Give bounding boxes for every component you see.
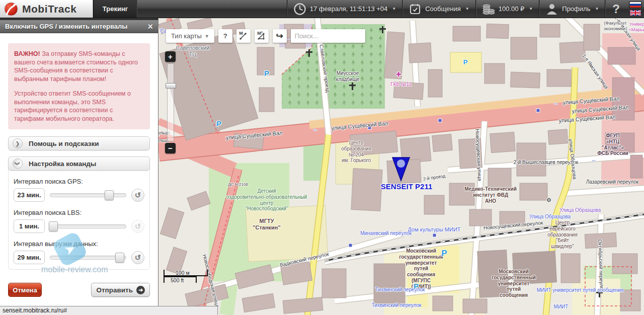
ruler-icon: М [239, 32, 248, 40]
area-icon: М² [257, 32, 266, 40]
share-link-button[interactable]: ↪ [273, 29, 287, 43]
profile-text: Профиль [562, 5, 590, 13]
send-button-label: Отправить [96, 286, 133, 294]
top-header: MobiTrack Трекинг 17 февраля, 11:51:13 +… [0, 0, 644, 18]
flag-russia[interactable] [629, 2, 642, 8]
coins-icon [482, 3, 495, 16]
command-section: ❯ Настройка команды Интервал поиска GPS:… [8, 156, 150, 270]
app-root: MobiTrack Трекинг 17 февраля, 11:51:13 +… [0, 0, 644, 315]
upload-interval-label: Интервал выгрузки данных: [14, 240, 144, 248]
scale-imperial: 500 ft [164, 276, 197, 283]
measure-distance-button[interactable]: М [236, 29, 251, 43]
send-button[interactable]: Отправить ➜ [91, 283, 150, 297]
status-url-bar: senseit.mobitrack.ru/ru# [0, 306, 218, 315]
logo-text: MobiTrack [22, 3, 76, 15]
upload-interval-value: 29 мин. [14, 251, 45, 264]
map-type-button[interactable]: Тип карты ▼ [166, 29, 214, 43]
cancel-button[interactable]: Отмена [8, 283, 42, 297]
panel-title-bar: Включить GPS / изменить интервалы × [0, 18, 158, 33]
panel-actions: Отмена Отправить ➜ [8, 283, 150, 297]
slider-handle[interactable] [115, 253, 124, 263]
map-zoom-control: + − [165, 51, 176, 153]
gps-interval-label: Интервал поиска GPS: [14, 178, 144, 185]
accordion-help[interactable]: ❯ Помощь и подсказки [8, 136, 150, 150]
profile-menu[interactable]: Профиль ▼ [539, 0, 605, 18]
lbs-interval-row: 1 мин. ↺ [14, 219, 144, 233]
lbs-interval-slider[interactable] [50, 224, 126, 228]
close-icon[interactable]: × [147, 22, 153, 31]
scale-metric: 100 м [164, 270, 208, 276]
balance-text: 100.00 ₽ [499, 5, 525, 13]
datetime-menu[interactable]: 17 февраля, 11:51:13 +04 ▼ [287, 0, 402, 18]
zoom-out-button[interactable]: − [165, 143, 176, 153]
messages-icon [409, 3, 422, 16]
messages-menu[interactable]: Сообщения ▼ [402, 0, 475, 18]
gps-interval-value: 23 мин. [14, 188, 45, 202]
gps-settings-panel: Включить GPS / изменить интервалы × ВАЖН… [0, 18, 158, 306]
map-scale-bar: 100 м 500 ft [164, 270, 208, 283]
slider-handle[interactable] [49, 221, 58, 231]
upload-interval-slider[interactable] [50, 256, 126, 260]
reset-icon[interactable]: ↺ [131, 251, 144, 264]
lbs-interval-label: Интервал поиска LBS: [14, 209, 144, 216]
zoom-slider-track[interactable] [167, 63, 174, 141]
reset-icon[interactable]: ↺ [131, 189, 144, 202]
measure-area-button[interactable]: М² [255, 29, 269, 43]
profile-icon [545, 3, 558, 16]
map-search-input[interactable] [291, 29, 365, 43]
share-arrow-icon: ↪ [276, 31, 283, 41]
mobitrack-logo[interactable]: MobiTrack [0, 0, 93, 18]
caret-down-icon: ▼ [205, 34, 209, 39]
marker-label: SENSEIT P211 [374, 182, 439, 191]
warning-bold: ВАЖНО! [14, 50, 40, 57]
panel-title: Включить GPS / изменить интервалы [5, 23, 127, 30]
map-type-label: Тип карты [171, 32, 202, 40]
tab-tracking[interactable]: Трекинг [93, 0, 137, 18]
sms-warning-box: ВАЖНО! За отправку SMS-команды с вашего … [8, 43, 150, 129]
send-arrow-icon: ➜ [136, 286, 145, 294]
map-help-button[interactable]: ? [218, 29, 232, 43]
caret-down-icon: ▼ [392, 7, 396, 11]
datetime-text: 17 февраля, 11:51:13 +04 [310, 5, 388, 13]
upload-interval-row: 29 мин. ↺ [14, 251, 144, 264]
help-button[interactable]: ? [605, 0, 627, 18]
caret-down-icon: ▼ [465, 7, 469, 11]
language-switch [627, 0, 644, 18]
gps-interval-slider[interactable] [50, 193, 126, 197]
gps-marker[interactable] [391, 156, 411, 182]
slider-handle[interactable] [105, 190, 114, 200]
gps-interval-row: 23 мин. ↺ [14, 188, 144, 202]
map-canvas[interactable]: Савеловский ТЦСавёловский проездМиусское… [158, 18, 644, 315]
map-toolbar: Тип карты ▼ ? М М² ↪ [166, 29, 365, 43]
zoom-slider-handle[interactable] [166, 83, 176, 89]
accordion-help-label: Помощь и подсказки [29, 140, 99, 147]
flag-uk[interactable] [629, 10, 642, 16]
caret-down-icon: ▼ [529, 7, 533, 11]
accordion-command[interactable]: ❯ Настройка команды [8, 156, 150, 171]
reset-icon[interactable]: ↺ [131, 220, 144, 233]
panel-body: ВАЖНО! За отправку SMS-команды с вашего … [0, 43, 158, 314]
caret-down-icon: ▼ [595, 7, 599, 11]
chevron-right-icon: ❯ [13, 138, 23, 148]
zoom-in-button[interactable]: + [165, 51, 176, 62]
clock-icon [293, 3, 306, 16]
chevron-down-icon: ❯ [13, 159, 23, 169]
lbs-interval-value: 1 мин. [14, 219, 45, 233]
mobitrack-logo-icon [4, 2, 18, 16]
header-menu: 17 февраля, 11:51:13 +04 ▼ Сообщения ▼ [287, 0, 644, 18]
warning-text-2: Устройство ответит SMS-сообщением о выпо… [14, 90, 144, 123]
accordion-command-label: Настройка команды [29, 160, 96, 168]
messages-text: Сообщения [425, 5, 461, 13]
balance-menu[interactable]: 100.00 ₽ ▼ [475, 0, 539, 18]
